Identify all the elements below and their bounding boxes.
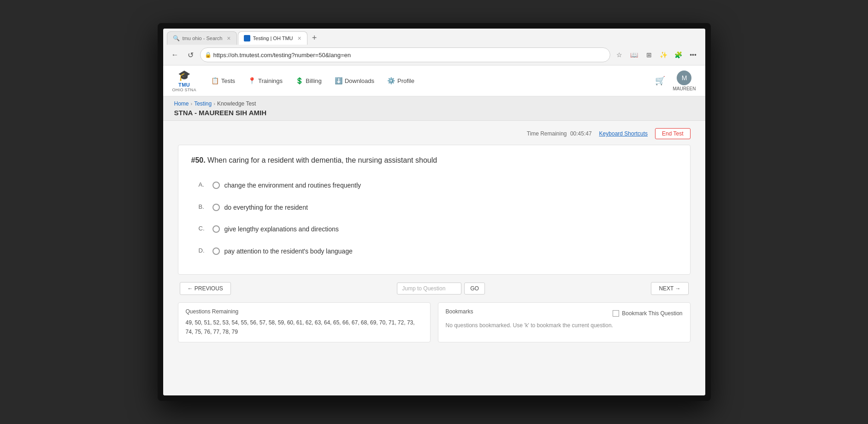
- radio-d[interactable]: [213, 247, 220, 255]
- breadcrumb-home[interactable]: Home: [174, 100, 189, 107]
- tab-1[interactable]: 🔍 tmu ohio - Search ×: [167, 31, 237, 45]
- trainings-icon: 📍: [248, 77, 256, 84]
- address-bar-row: ← ↺ 🔒 ☆ 📖 ⊞ ✨ 🧩 •••: [167, 45, 702, 65]
- website-content: 🎓 TMU OHIO STNA 📋 Tests 📍 Trainings: [163, 65, 705, 395]
- avatar-circle: M: [677, 71, 691, 85]
- tab-bar: 🔍 tmu ohio - Search × Testing | OH TMU ×…: [167, 31, 702, 45]
- previous-button[interactable]: ← PREVIOUS: [180, 282, 231, 295]
- question-text: #50. When caring for a resident with dem…: [191, 156, 677, 165]
- timer-value: 00:45:47: [570, 130, 592, 137]
- option-label-b: B.: [199, 203, 208, 210]
- read-mode-icon[interactable]: 📖: [628, 48, 641, 61]
- extensions-icon[interactable]: 🧩: [672, 48, 685, 61]
- option-label-d: D.: [199, 247, 208, 254]
- go-button[interactable]: GO: [464, 283, 485, 294]
- question-number: #50.: [191, 156, 208, 164]
- tab-2[interactable]: Testing | OH TMU ×: [238, 31, 307, 45]
- bookmark-this-row[interactable]: Bookmark This Question: [613, 310, 682, 317]
- breadcrumb-sep-1: ›: [191, 101, 193, 106]
- user-avatar[interactable]: M MAUREEN: [673, 71, 696, 91]
- nav-tests[interactable]: 📋 Tests: [210, 75, 236, 86]
- answer-option-c[interactable]: C. give lengthy explanations and directi…: [191, 219, 677, 240]
- answer-option-a[interactable]: A. change the environment and routines f…: [191, 176, 677, 196]
- site-nav: 📋 Tests 📍 Trainings 💲 Billing ⬇️ Downloa…: [210, 75, 415, 86]
- new-tab-button[interactable]: +: [308, 31, 321, 45]
- nav-buttons-row: ← PREVIOUS GO NEXT →: [178, 282, 691, 295]
- address-input[interactable]: [200, 47, 610, 62]
- tmu-logo-icon: 🎓: [176, 69, 193, 82]
- nav-profile[interactable]: ⚙️ Profile: [386, 75, 415, 86]
- downloads-icon: ⬇️: [335, 77, 342, 84]
- timer-row: Time Remaining 00:45:47 Keyboard Shortcu…: [178, 128, 691, 139]
- main-content: Time Remaining 00:45:47 Keyboard Shortcu…: [163, 121, 705, 357]
- browser-chrome: 🔍 tmu ohio - Search × Testing | OH TMU ×…: [163, 29, 705, 65]
- option-label-a: A.: [199, 181, 208, 188]
- nav-billing-label: Billing: [306, 77, 322, 84]
- breadcrumb-sep-2: ›: [213, 101, 215, 106]
- option-text-d: pay attention to the resident's body lan…: [224, 247, 353, 256]
- logo-area: 🎓 TMU OHIO STNA: [172, 69, 196, 92]
- back-button[interactable]: ←: [169, 48, 182, 61]
- cart-icon[interactable]: 🛒: [655, 76, 665, 86]
- timer-label: Time Remaining 00:45:47: [527, 130, 592, 137]
- address-lock-icon: 🔒: [205, 52, 212, 58]
- split-screen-icon[interactable]: ⊞: [643, 48, 655, 61]
- copilot-icon[interactable]: ✨: [657, 48, 670, 61]
- question-body: When caring for a resident with dementia…: [207, 156, 437, 164]
- keyboard-shortcuts-link[interactable]: Keyboard Shortcuts: [599, 130, 648, 137]
- bookmarks-label: Bookmarks: [446, 308, 473, 315]
- nav-profile-label: Profile: [397, 77, 414, 84]
- no-bookmarks-text: No questions bookmarked. Use 'k' to book…: [446, 322, 683, 329]
- nav-tests-label: Tests: [221, 77, 235, 84]
- user-name: MAUREEN: [673, 86, 696, 91]
- tab1-close-btn[interactable]: ×: [227, 35, 230, 42]
- option-text-b: do everything for the resident: [224, 203, 308, 212]
- option-label-c: C.: [199, 225, 208, 232]
- jump-to-question-input[interactable]: [397, 283, 461, 294]
- browser-actions: ☆ 📖 ⊞ ✨ 🧩 •••: [613, 48, 700, 61]
- nav-downloads-label: Downloads: [345, 77, 374, 84]
- timer-label-text: Time Remaining: [527, 130, 567, 137]
- nav-billing[interactable]: 💲 Billing: [295, 75, 323, 86]
- more-actions-icon[interactable]: •••: [687, 48, 700, 61]
- tab1-title: tmu ohio - Search: [183, 35, 223, 41]
- option-text-a: change the environment and routines freq…: [224, 181, 361, 190]
- radio-a[interactable]: [213, 182, 220, 189]
- refresh-button[interactable]: ↺: [184, 48, 197, 61]
- next-button[interactable]: NEXT →: [651, 282, 688, 295]
- bookmarks-header: Bookmarks Bookmark This Question: [446, 308, 683, 318]
- tab2-close-btn[interactable]: ×: [298, 35, 301, 42]
- tests-icon: 📋: [211, 77, 219, 84]
- bookmark-this-label: Bookmark This Question: [622, 310, 682, 317]
- breadcrumb-current: Knowledge Test: [217, 100, 256, 107]
- breadcrumb-testing[interactable]: Testing: [194, 100, 212, 107]
- logo-subtext: OHIO STNA: [172, 88, 196, 92]
- header-right: 🛒 M MAUREEN: [655, 71, 696, 91]
- favorites-icon[interactable]: ☆: [613, 48, 626, 61]
- page-title: STNA - MAUREEN SIH AMIH: [174, 109, 694, 117]
- logo-text: TMU: [178, 82, 190, 88]
- nav-trainings[interactable]: 📍 Trainings: [247, 75, 283, 86]
- questions-remaining-panel: Questions Remaining 49, 50, 51, 52, 53, …: [178, 302, 431, 342]
- profile-icon: ⚙️: [387, 77, 395, 84]
- option-text-c: give lengthy explanations and directions: [224, 225, 339, 234]
- answer-option-d[interactable]: D. pay attention to the resident's body …: [191, 241, 677, 262]
- billing-icon: 💲: [295, 77, 303, 84]
- tab1-favicon: 🔍: [173, 35, 180, 41]
- radio-b[interactable]: [213, 204, 220, 211]
- address-bar-wrapper: 🔒: [200, 47, 610, 62]
- nav-downloads[interactable]: ⬇️ Downloads: [334, 75, 375, 86]
- breadcrumb: Home › Testing › Knowledge Test: [174, 100, 694, 107]
- jump-section: GO: [397, 283, 485, 294]
- end-test-button[interactable]: End Test: [655, 128, 690, 139]
- remaining-numbers: 49, 50, 51, 52, 53, 54, 55, 56, 57, 58, …: [186, 318, 423, 336]
- page-header: Home › Testing › Knowledge Test STNA - M…: [163, 97, 705, 121]
- avatar-initial: M: [682, 74, 687, 82]
- bookmarks-panel: Bookmarks Bookmark This Question No ques…: [438, 302, 691, 342]
- bookmark-checkbox[interactable]: [613, 310, 619, 317]
- nav-trainings-label: Trainings: [258, 77, 283, 84]
- tab2-title: Testing | OH TMU: [253, 35, 293, 41]
- radio-c[interactable]: [213, 225, 220, 233]
- answer-option-b[interactable]: B. do everything for the resident: [191, 198, 677, 218]
- site-header: 🎓 TMU OHIO STNA 📋 Tests 📍 Trainings: [163, 65, 705, 97]
